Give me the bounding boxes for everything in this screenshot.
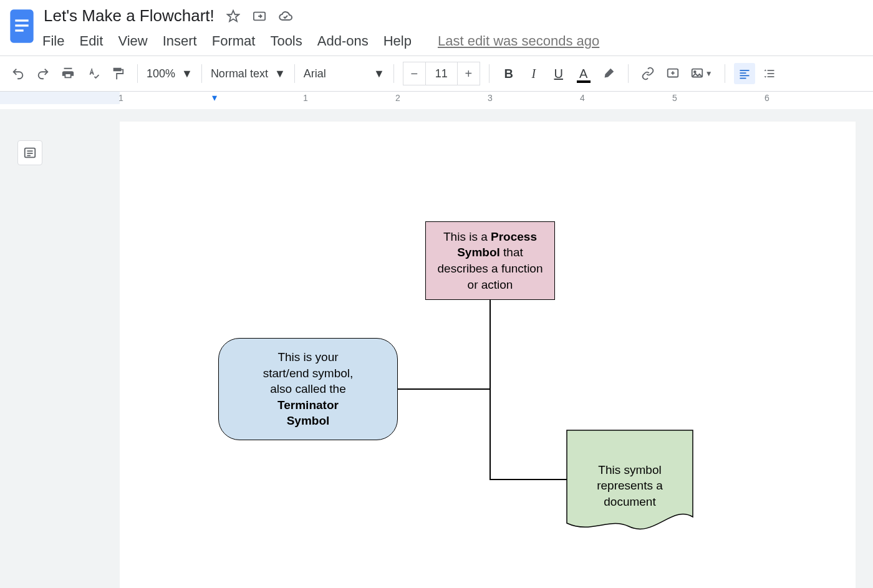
separator bbox=[201, 64, 202, 83]
ruler-label: 5 bbox=[672, 93, 677, 103]
menu-help[interactable]: Help bbox=[383, 33, 412, 49]
cloud-status-icon[interactable] bbox=[278, 9, 293, 24]
bold-button[interactable]: B bbox=[498, 63, 519, 84]
spellcheck-button[interactable] bbox=[82, 63, 104, 84]
ruler[interactable]: 1 1 2 3 4 5 6 ▾ bbox=[0, 92, 873, 104]
ruler-label: 6 bbox=[764, 93, 769, 103]
text-line: This is your bbox=[277, 350, 338, 364]
menubar: File Edit View Insert Format Tools Add-o… bbox=[41, 27, 867, 55]
separator bbox=[137, 64, 138, 83]
paint-format-button[interactable] bbox=[107, 63, 128, 84]
outline-toggle-button[interactable] bbox=[17, 140, 42, 165]
terminator-symbol-text: This is your start/end symbol, also call… bbox=[263, 349, 354, 429]
svg-point-8 bbox=[694, 71, 696, 73]
paragraph-style-value: Normal text bbox=[211, 67, 268, 80]
paragraph-style-dropdown[interactable]: Normal text ▼ bbox=[211, 67, 286, 80]
menu-edit[interactable]: Edit bbox=[79, 33, 103, 49]
svg-rect-11 bbox=[740, 75, 749, 77]
app-header: Let's Make a Flowchart! File Edit View I… bbox=[0, 0, 873, 55]
indent-marker-icon[interactable]: ▾ bbox=[212, 92, 217, 104]
text-bold: Terminator bbox=[277, 398, 339, 412]
process-symbol-shape[interactable]: This is a Process Symbol that describes … bbox=[425, 221, 555, 300]
font-value: Arial bbox=[304, 67, 326, 80]
text-line: start/end symbol, bbox=[263, 367, 354, 380]
connector-line bbox=[398, 388, 490, 390]
separator bbox=[725, 64, 725, 83]
document-page[interactable]: This is a Process Symbol that describes … bbox=[120, 122, 856, 588]
redo-button[interactable] bbox=[32, 63, 54, 84]
separator bbox=[489, 64, 490, 83]
title-icons bbox=[226, 9, 293, 24]
ruler-label: 3 bbox=[488, 93, 493, 103]
process-symbol-text: This is a Process Symbol that describes … bbox=[435, 229, 546, 293]
zoom-value: 100% bbox=[147, 67, 175, 80]
svg-rect-9 bbox=[740, 70, 749, 71]
text-line: document bbox=[604, 495, 655, 508]
ruler-label: 2 bbox=[395, 93, 400, 103]
svg-rect-13 bbox=[767, 70, 774, 71]
svg-rect-3 bbox=[15, 29, 23, 31]
text-span: This is a bbox=[443, 230, 491, 243]
print-button[interactable] bbox=[57, 63, 79, 84]
star-icon[interactable] bbox=[226, 9, 241, 24]
menu-format[interactable]: Format bbox=[212, 33, 256, 49]
connector-line bbox=[490, 300, 491, 389]
docs-logo[interactable] bbox=[6, 5, 37, 47]
font-size-input[interactable] bbox=[426, 62, 457, 85]
chevron-down-icon: ▼ bbox=[181, 67, 193, 80]
zoom-dropdown[interactable]: 100% ▼ bbox=[147, 67, 193, 80]
separator bbox=[294, 64, 295, 83]
svg-marker-4 bbox=[228, 10, 239, 21]
separator bbox=[393, 64, 394, 83]
text-line: also called the bbox=[270, 382, 345, 395]
text-color-button[interactable]: A bbox=[573, 63, 594, 84]
underline-button[interactable]: U bbox=[548, 63, 569, 84]
italic-button[interactable]: I bbox=[523, 63, 544, 84]
svg-rect-2 bbox=[15, 24, 28, 26]
chevron-down-icon: ▼ bbox=[705, 69, 713, 78]
ruler-label: 1 bbox=[118, 93, 123, 103]
ruler-label: 1 bbox=[303, 93, 308, 103]
svg-rect-10 bbox=[740, 72, 746, 74]
chevron-down-icon: ▼ bbox=[374, 67, 385, 80]
menu-view[interactable]: View bbox=[118, 33, 147, 49]
text-line: This symbol bbox=[598, 463, 661, 476]
line-spacing-button[interactable] bbox=[759, 63, 780, 84]
separator bbox=[628, 64, 629, 83]
toolbar: 100% ▼ Normal text ▼ Arial ▼ − + B I U A… bbox=[0, 56, 873, 91]
document-symbol-shape[interactable]: This symbol represents a document bbox=[566, 430, 693, 522]
svg-rect-15 bbox=[767, 76, 774, 77]
text-bold: Symbol bbox=[287, 414, 330, 427]
ruler-label: 4 bbox=[580, 93, 585, 103]
menu-file[interactable]: File bbox=[42, 33, 64, 49]
canvas-area: This is a Process Symbol that describes … bbox=[0, 109, 873, 588]
title-block: Let's Make a Flowchart! File Edit View I… bbox=[41, 5, 867, 55]
document-symbol-text: This symbol represents a document bbox=[597, 442, 663, 510]
font-size-stepper: − + bbox=[403, 62, 480, 85]
font-size-decrease[interactable]: − bbox=[403, 62, 426, 85]
highlight-button[interactable] bbox=[598, 63, 619, 84]
font-size-increase[interactable]: + bbox=[457, 62, 480, 85]
terminator-symbol-shape[interactable]: This is your start/end symbol, also call… bbox=[218, 338, 398, 440]
menu-tools[interactable]: Tools bbox=[270, 33, 302, 49]
insert-comment-button[interactable] bbox=[662, 63, 683, 84]
document-title[interactable]: Let's Make a Flowchart! bbox=[41, 5, 217, 27]
last-edit-link[interactable]: Last edit was seconds ago bbox=[438, 33, 599, 49]
undo-button[interactable] bbox=[7, 63, 29, 84]
insert-image-button[interactable]: ▼ bbox=[687, 63, 716, 84]
svg-rect-1 bbox=[15, 19, 28, 21]
move-icon[interactable] bbox=[252, 9, 267, 24]
connector-line bbox=[490, 388, 491, 480]
align-left-button[interactable] bbox=[734, 63, 755, 84]
font-dropdown[interactable]: Arial ▼ bbox=[304, 67, 385, 80]
menu-addons[interactable]: Add-ons bbox=[317, 33, 369, 49]
chevron-down-icon: ▼ bbox=[274, 67, 286, 80]
svg-rect-12 bbox=[740, 78, 746, 79]
menu-insert[interactable]: Insert bbox=[163, 33, 197, 49]
title-row: Let's Make a Flowchart! bbox=[41, 5, 867, 27]
insert-link-button[interactable] bbox=[637, 63, 658, 84]
svg-rect-14 bbox=[767, 73, 774, 74]
text-line: represents a bbox=[597, 479, 663, 492]
connector-line bbox=[490, 479, 567, 480]
